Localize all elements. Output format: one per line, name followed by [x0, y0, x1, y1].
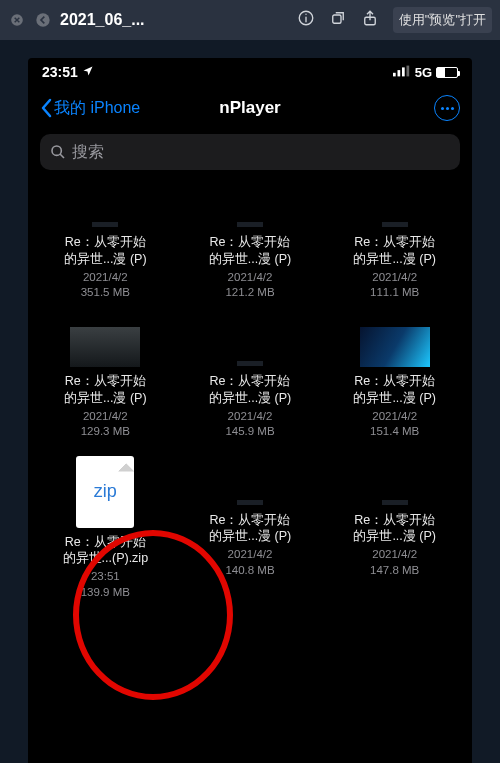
file-meta: 2021/4/2129.3 MB: [81, 409, 130, 440]
info-icon[interactable]: [297, 9, 315, 31]
file-name: Re：从零开始的异世...漫 (P): [209, 512, 292, 546]
network-label: 5G: [415, 65, 432, 80]
file-name: Re：从零开始的异世...漫 (P): [64, 234, 147, 268]
file-meta: 2021/4/2145.9 MB: [225, 409, 274, 440]
status-time: 23:51: [42, 64, 78, 80]
video-thumbnail: [70, 188, 140, 228]
video-thumbnail: [215, 188, 285, 228]
toolbar-icons: 使用"预览"打开: [297, 7, 492, 33]
svg-point-9: [52, 146, 61, 155]
svg-rect-6: [397, 70, 400, 76]
file-item[interactable]: Re：从零开始的异世...漫 (P)2021/4/2111.1 MB: [323, 180, 466, 315]
signal-icon: [393, 65, 411, 80]
video-thumbnail: [70, 327, 140, 367]
open-with-preview-button[interactable]: 使用"预览"打开: [393, 7, 492, 33]
battery-icon: [436, 67, 458, 78]
file-item[interactable]: Re：从零开始的异世...漫 (P)2021/4/2151.4 MB: [323, 319, 466, 454]
open-external-icon[interactable]: [329, 9, 347, 31]
file-name: Re：从零开始的异世...漫 (P): [209, 373, 292, 407]
share-icon[interactable]: [361, 9, 379, 31]
file-meta: 2021/4/2111.1 MB: [370, 270, 419, 301]
search-placeholder: 搜索: [72, 142, 104, 163]
file-meta: 2021/4/2351.5 MB: [81, 270, 130, 301]
back-label: 我的 iPhone: [54, 98, 140, 119]
file-item[interactable]: Re：从零开始的异世...漫 (P)2021/4/2140.8 MB: [179, 458, 322, 615]
video-thumbnail: [360, 327, 430, 367]
file-name: Re：从零开始的异世...漫 (P): [209, 234, 292, 268]
video-thumbnail: [360, 466, 430, 506]
file-item[interactable]: Re：从零开始的异世...漫 (P)2021/4/2147.8 MB: [323, 458, 466, 615]
phone-viewport: 23:51 5G 我的 iPhone nPlayer: [0, 40, 500, 763]
search-input[interactable]: 搜索: [40, 134, 460, 170]
search-icon: [50, 144, 66, 160]
file-grid: Re：从零开始的异世...漫 (P)2021/4/2351.5 MBRe：从零开…: [28, 170, 472, 614]
tab-title: 2021_06_...: [60, 11, 145, 29]
window-tab-bar: 2021_06_... 使用"预览"打开: [0, 0, 500, 40]
tab-back-icon[interactable]: [34, 11, 52, 29]
file-item[interactable]: Re：从零开始的异世...漫 (P)2021/4/2145.9 MB: [179, 319, 322, 454]
status-bar: 23:51 5G: [28, 58, 472, 86]
file-item[interactable]: Re：从零开始的异世...漫 (P)2021/4/2121.2 MB: [179, 180, 322, 315]
close-tab-icon[interactable]: [8, 11, 26, 29]
file-name: Re：从零开始的异世...漫 (P): [64, 373, 147, 407]
file-meta: 2021/4/2121.2 MB: [225, 270, 274, 301]
file-meta: 2021/4/2147.8 MB: [370, 547, 419, 578]
svg-point-1: [36, 13, 49, 26]
svg-rect-7: [402, 67, 405, 76]
file-meta: 23:51139.9 MB: [81, 569, 130, 600]
zip-icon: zip: [76, 456, 134, 528]
file-item-zip[interactable]: zipRe：从零开始的异世...(P).zip23:51139.9 MB: [34, 458, 177, 615]
file-item[interactable]: Re：从零开始的异世...漫 (P)2021/4/2129.3 MB: [34, 319, 177, 454]
file-meta: 2021/4/2151.4 MB: [370, 409, 419, 440]
svg-rect-8: [406, 65, 409, 76]
video-thumbnail: [360, 188, 430, 228]
file-name: Re：从零开始的异世...漫 (P): [353, 234, 436, 268]
video-thumbnail: [215, 466, 285, 506]
more-icon: [441, 107, 454, 110]
back-button[interactable]: 我的 iPhone: [40, 98, 140, 119]
file-name: Re：从零开始的异世...漫 (P): [353, 512, 436, 546]
more-button[interactable]: [434, 95, 460, 121]
svg-rect-5: [393, 72, 396, 76]
nav-bar: 我的 iPhone nPlayer: [28, 86, 472, 130]
file-meta: 2021/4/2140.8 MB: [225, 547, 274, 578]
phone-screen: 23:51 5G 我的 iPhone nPlayer: [28, 58, 472, 763]
video-thumbnail: [215, 327, 285, 367]
file-item[interactable]: Re：从零开始的异世...漫 (P)2021/4/2351.5 MB: [34, 180, 177, 315]
nav-title: nPlayer: [219, 98, 280, 118]
zip-label: zip: [94, 481, 117, 502]
file-name: Re：从零开始的异世...漫 (P): [353, 373, 436, 407]
location-icon: [82, 64, 94, 80]
svg-rect-3: [333, 15, 341, 23]
tab: 2021_06_...: [8, 11, 145, 29]
file-name: Re：从零开始的异世...(P).zip: [63, 534, 149, 568]
